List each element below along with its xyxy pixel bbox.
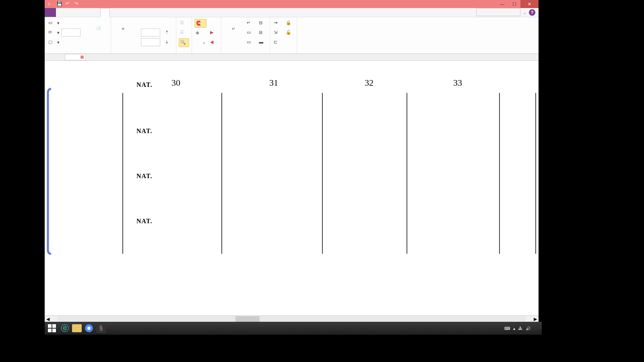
start-button[interactable]	[46, 323, 58, 334]
ribbon-search-input[interactable]	[476, 8, 520, 16]
magnetic-layout-button[interactable]: 🧲	[194, 19, 206, 28]
bar-number: 30	[171, 78, 180, 88]
system-break-button[interactable]: ↵	[246, 19, 255, 27]
svg-text:NAT.: NAT.	[136, 218, 152, 224]
network-icon[interactable]: 🖧	[518, 326, 522, 331]
file-tab[interactable]	[45, 8, 56, 17]
show-multirests-button[interactable]: ▬	[258, 38, 267, 46]
lock-format-button[interactable]: 🔒	[285, 19, 294, 27]
title-page-icon: 📄	[93, 27, 104, 38]
align-icon: ☰	[180, 20, 186, 26]
close-button[interactable]: ✕	[520, 0, 539, 8]
score-canvas[interactable]: 30 31 32 33 NAT. NAT. NAT. NAT.	[45, 61, 539, 315]
tab-play[interactable]	[91, 8, 100, 17]
systems-spinner[interactable]	[135, 38, 161, 46]
tab-review[interactable]	[128, 8, 136, 17]
windows-taskbar: ⓔ § ⌨ ▴ 🖧 🔊	[45, 322, 542, 335]
tab-parts[interactable]	[119, 8, 128, 17]
freeze-positions-button[interactable]: ❄	[194, 29, 206, 37]
make-page-button[interactable]: ⇲	[272, 29, 282, 37]
bar-number: 32	[365, 78, 374, 88]
close-icon[interactable]	[80, 56, 84, 59]
svg-text:NAT.: NAT.	[136, 128, 152, 134]
align-staves-button[interactable]: ☰	[179, 19, 189, 27]
break-icon: ↵	[247, 20, 252, 26]
collisions-button[interactable]	[209, 19, 219, 27]
part-tab-full-score[interactable]	[65, 54, 86, 60]
special-break-button[interactable]: ▭	[246, 38, 255, 46]
sibelius-icon[interactable]: §	[96, 323, 106, 333]
prev-icon: ◀	[210, 39, 216, 45]
svg-rect-11	[52, 324, 56, 328]
find-previous-button[interactable]: ◀	[209, 38, 219, 46]
maximize-button[interactable]: ☐	[508, 0, 520, 8]
tab-home[interactable]	[56, 8, 65, 17]
save-icon[interactable]: 💾	[57, 1, 62, 7]
unlock-format-button[interactable]: 🔓	[285, 29, 294, 37]
show-icon: ☰	[180, 30, 186, 35]
volume-icon[interactable]: 🔊	[526, 326, 530, 331]
object-dropdown[interactable]: ▾	[194, 39, 206, 47]
ribbon-tabs: ⌄ ?	[45, 8, 539, 17]
make-system-button[interactable]: ⇥	[272, 19, 282, 27]
tab-text[interactable]	[83, 8, 91, 17]
tab-appearance[interactable]	[110, 8, 119, 17]
staves-spinner[interactable]	[135, 29, 161, 37]
chrome-icon[interactable]	[83, 323, 95, 334]
magnet-icon: 🧲	[196, 21, 202, 26]
scrollbar-thumb[interactable]	[235, 316, 260, 322]
bar-number: 31	[269, 78, 278, 88]
undo-icon[interactable]: ↶	[66, 1, 71, 7]
group-label	[179, 47, 189, 53]
keyboard-icon[interactable]: ⌨	[504, 326, 510, 331]
title-page-button[interactable]: 📄	[89, 18, 108, 47]
focus-staves-button[interactable]: 🔍	[179, 38, 189, 47]
tray-chevron-icon[interactable]: ▴	[513, 326, 515, 331]
orientation-icon: ⟳	[48, 30, 54, 35]
freeze-icon: ❄	[196, 31, 201, 36]
group-label	[114, 47, 173, 53]
show-icon: ▬	[259, 39, 264, 45]
unlock-icon: 🔓	[286, 30, 291, 35]
chevron-down-icon[interactable]: ⌄	[523, 10, 526, 15]
tab-layout[interactable]	[100, 8, 110, 17]
svg-text:NAT.: NAT.	[136, 173, 152, 179]
find-next-button[interactable]: ▶	[209, 29, 219, 37]
auto-break-icon: ↵	[228, 27, 239, 38]
app-icon: ♪	[48, 1, 54, 7]
page-break-button[interactable]: ▭	[246, 29, 255, 37]
ribbon: ▭ ▾ ⟳ ▾ ▢ ▾ 📄 ≡	[45, 17, 539, 54]
tab-note-input[interactable]	[65, 8, 74, 17]
size-button[interactable]: ▢ ▾	[47, 38, 82, 46]
horizontal-scrollbar[interactable]: ◀ ▶	[45, 315, 539, 322]
split-multirest-button[interactable]: ⊟	[258, 29, 267, 37]
tab-notations[interactable]	[74, 8, 83, 17]
redo-icon[interactable]: ↷	[74, 1, 80, 7]
optimize-button[interactable]: ≡	[114, 18, 133, 47]
keep-icon: ⊏	[274, 39, 279, 45]
bar-number: 33	[453, 78, 462, 88]
help-icon[interactable]: ?	[529, 9, 535, 16]
ie-icon[interactable]: ⓔ	[59, 323, 70, 334]
svg-point-15	[87, 327, 91, 330]
special-break-icon: ▭	[247, 39, 252, 45]
tab-view[interactable]	[136, 8, 145, 17]
minimize-button[interactable]: —	[496, 0, 508, 8]
orientation-button[interactable]: ⟳ ▾	[47, 29, 82, 37]
group-label	[224, 47, 267, 53]
explorer-icon[interactable]	[72, 324, 82, 332]
split-system-button[interactable]: ⊟	[258, 19, 267, 27]
staff-size-button[interactable]	[84, 19, 87, 27]
reset-below-button[interactable]: ⇣	[164, 38, 173, 46]
keep-bars-button[interactable]: ⊏	[272, 38, 282, 46]
next-icon: ▶	[210, 30, 216, 35]
split-icon: ⊟	[259, 30, 264, 35]
margins-button[interactable]: ▭ ▾	[47, 19, 82, 27]
svg-text:NAT.: NAT.	[136, 81, 152, 88]
auto-breaks-button[interactable]: ↵	[224, 18, 243, 47]
show-empty-button[interactable]: ☰	[179, 29, 189, 37]
page-icon: ▭	[48, 20, 54, 26]
orientation-value[interactable]	[61, 29, 80, 37]
reset-above-button[interactable]: ⇡	[164, 29, 173, 37]
size-icon: ▢	[48, 39, 54, 45]
